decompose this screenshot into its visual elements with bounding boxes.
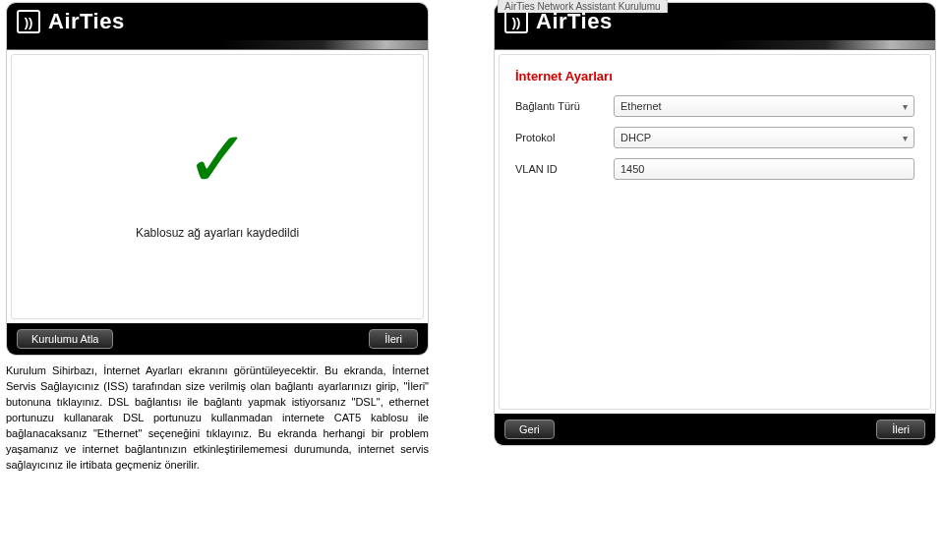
footer-bar: Geri İleri — [495, 414, 935, 445]
description-text: Kurulum Sihirbazı, İnternet Ayarları ekr… — [6, 364, 429, 474]
label-vlan-id: VLAN ID — [515, 163, 614, 175]
row-connection-type: Bağlantı Türü Ethernet — [515, 95, 914, 117]
next-button[interactable]: İleri — [876, 420, 925, 439]
wizard-panel-wireless-saved: )) AirTies ✓ Kablosuz ağ ayarları kayded… — [6, 2, 429, 356]
content-area: İnternet Ayarları Bağlantı Türü Ethernet… — [499, 54, 931, 410]
connection-type-select[interactable]: Ethernet — [614, 95, 914, 117]
protocol-value: DHCP — [620, 132, 651, 143]
window-title: AirTies Network Assistant Kurulumu — [498, 0, 668, 13]
row-protocol: Protokol DHCP — [515, 127, 914, 148]
success-check-icon: ✓ — [185, 121, 251, 199]
skip-setup-button[interactable]: Kurulumu Atla — [17, 329, 113, 349]
form-title: İnternet Ayarları — [515, 69, 914, 84]
label-connection-type: Bağlantı Türü — [515, 100, 614, 112]
content-area: ✓ Kablosuz ağ ayarları kaydedildi — [11, 54, 424, 319]
header-stripe — [7, 40, 428, 50]
vlan-id-value: 1450 — [620, 163, 644, 175]
next-button[interactable]: İleri — [369, 329, 418, 349]
header-stripe — [495, 40, 935, 50]
wizard-panel-internet-settings: )) AirTies İnternet Ayarları Bağlantı Tü… — [494, 2, 936, 446]
airties-logo-icon: )) — [17, 10, 40, 33]
vlan-id-input[interactable]: 1450 — [614, 158, 914, 180]
brand-name: AirTies — [48, 9, 125, 34]
footer-bar: Kurulumu Atla İleri — [7, 323, 428, 355]
success-message: Kablosuz ağ ayarları kaydedildi — [136, 226, 299, 240]
row-vlan-id: VLAN ID 1450 — [515, 158, 914, 180]
brand-bar: )) AirTies — [7, 3, 428, 40]
internet-settings-form: İnternet Ayarları Bağlantı Türü Ethernet… — [500, 55, 930, 203]
protocol-select[interactable]: DHCP — [614, 127, 914, 148]
back-button[interactable]: Geri — [504, 420, 555, 439]
connection-type-value: Ethernet — [620, 100, 662, 112]
airties-logo-icon: )) — [504, 10, 528, 33]
label-protocol: Protokol — [515, 132, 614, 143]
